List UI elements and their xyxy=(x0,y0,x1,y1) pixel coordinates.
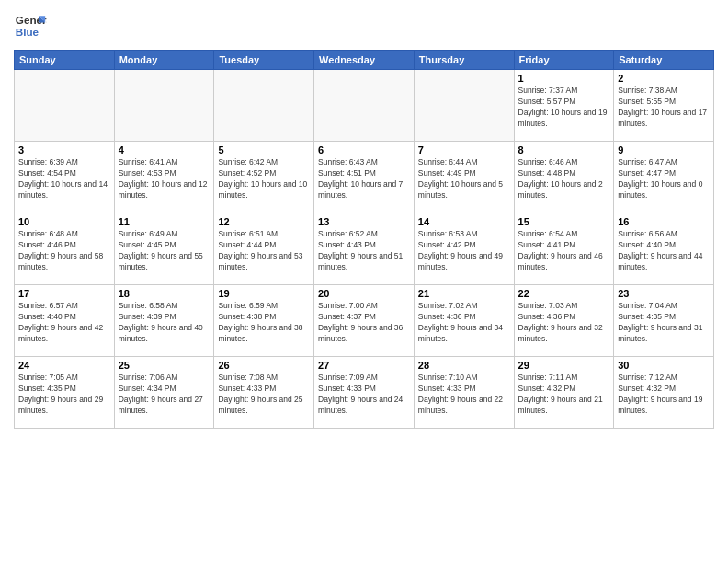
calendar-cell: 29Sunrise: 7:11 AM Sunset: 4:32 PM Dayli… xyxy=(514,357,614,429)
calendar-cell: 1Sunrise: 7:37 AM Sunset: 5:57 PM Daylig… xyxy=(514,70,614,142)
calendar-cell: 30Sunrise: 7:12 AM Sunset: 4:32 PM Dayli… xyxy=(614,357,714,429)
day-number: 24 xyxy=(18,360,110,371)
calendar-cell xyxy=(314,70,415,142)
logo: General Blue xyxy=(14,9,47,42)
day-info: Sunrise: 6:52 AM Sunset: 4:43 PM Dayligh… xyxy=(318,229,410,273)
day-info: Sunrise: 7:37 AM Sunset: 5:57 PM Dayligh… xyxy=(518,86,610,130)
calendar-cell: 17Sunrise: 6:57 AM Sunset: 4:40 PM Dayli… xyxy=(15,285,115,357)
calendar-cell: 2Sunrise: 7:38 AM Sunset: 5:55 PM Daylig… xyxy=(614,70,714,142)
day-info: Sunrise: 6:51 AM Sunset: 4:44 PM Dayligh… xyxy=(218,229,310,273)
calendar-cell: 16Sunrise: 6:56 AM Sunset: 4:40 PM Dayli… xyxy=(614,213,714,285)
calendar-cell: 3Sunrise: 6:39 AM Sunset: 4:54 PM Daylig… xyxy=(15,142,115,213)
day-info: Sunrise: 6:54 AM Sunset: 4:41 PM Dayligh… xyxy=(518,229,610,273)
logo-icon: General Blue xyxy=(14,9,47,42)
calendar-header-row: SundayMondayTuesdayWednesdayThursdayFrid… xyxy=(15,51,714,70)
col-header-wednesday: Wednesday xyxy=(314,51,415,70)
day-number: 5 xyxy=(218,144,310,155)
col-header-sunday: Sunday xyxy=(15,51,115,70)
day-info: Sunrise: 6:53 AM Sunset: 4:42 PM Dayligh… xyxy=(418,229,510,273)
day-info: Sunrise: 7:04 AM Sunset: 4:35 PM Dayligh… xyxy=(618,301,710,345)
day-number: 7 xyxy=(418,144,510,155)
day-number: 14 xyxy=(418,216,510,227)
day-info: Sunrise: 6:43 AM Sunset: 4:51 PM Dayligh… xyxy=(318,157,410,201)
day-number: 4 xyxy=(119,144,210,155)
day-info: Sunrise: 6:58 AM Sunset: 4:39 PM Dayligh… xyxy=(119,301,210,345)
day-info: Sunrise: 7:12 AM Sunset: 4:32 PM Dayligh… xyxy=(618,373,710,417)
day-number: 27 xyxy=(318,360,410,371)
calendar-cell: 14Sunrise: 6:53 AM Sunset: 4:42 PM Dayli… xyxy=(414,213,514,285)
calendar-cell: 26Sunrise: 7:08 AM Sunset: 4:33 PM Dayli… xyxy=(214,357,314,429)
calendar-cell: 18Sunrise: 6:58 AM Sunset: 4:39 PM Dayli… xyxy=(114,285,214,357)
day-number: 29 xyxy=(518,360,610,371)
day-info: Sunrise: 7:09 AM Sunset: 4:33 PM Dayligh… xyxy=(318,373,410,417)
calendar-week-5: 24Sunrise: 7:05 AM Sunset: 4:35 PM Dayli… xyxy=(15,357,714,429)
day-info: Sunrise: 6:48 AM Sunset: 4:46 PM Dayligh… xyxy=(18,229,110,273)
day-info: Sunrise: 7:00 AM Sunset: 4:37 PM Dayligh… xyxy=(318,301,410,345)
calendar-cell xyxy=(414,70,514,142)
day-info: Sunrise: 7:02 AM Sunset: 4:36 PM Dayligh… xyxy=(418,301,510,345)
calendar-cell: 4Sunrise: 6:41 AM Sunset: 4:53 PM Daylig… xyxy=(114,142,214,213)
day-number: 16 xyxy=(618,216,710,227)
day-number: 9 xyxy=(618,144,710,155)
calendar-cell: 5Sunrise: 6:42 AM Sunset: 4:52 PM Daylig… xyxy=(214,142,314,213)
day-number: 17 xyxy=(18,288,110,299)
calendar-cell: 20Sunrise: 7:00 AM Sunset: 4:37 PM Dayli… xyxy=(314,285,415,357)
day-info: Sunrise: 7:05 AM Sunset: 4:35 PM Dayligh… xyxy=(18,373,110,417)
calendar-table: SundayMondayTuesdayWednesdayThursdayFrid… xyxy=(14,50,714,429)
col-header-monday: Monday xyxy=(114,51,214,70)
col-header-tuesday: Tuesday xyxy=(214,51,314,70)
day-number: 26 xyxy=(218,360,310,371)
calendar-week-3: 10Sunrise: 6:48 AM Sunset: 4:46 PM Dayli… xyxy=(15,213,714,285)
calendar-week-1: 1Sunrise: 7:37 AM Sunset: 5:57 PM Daylig… xyxy=(15,70,714,142)
calendar-cell xyxy=(15,70,115,142)
day-number: 13 xyxy=(318,216,410,227)
calendar-cell: 13Sunrise: 6:52 AM Sunset: 4:43 PM Dayli… xyxy=(314,213,415,285)
day-number: 23 xyxy=(618,288,710,299)
col-header-saturday: Saturday xyxy=(614,51,714,70)
calendar-cell: 9Sunrise: 6:47 AM Sunset: 4:47 PM Daylig… xyxy=(614,142,714,213)
day-info: Sunrise: 7:11 AM Sunset: 4:32 PM Dayligh… xyxy=(518,373,610,417)
day-info: Sunrise: 7:08 AM Sunset: 4:33 PM Dayligh… xyxy=(218,373,310,417)
day-info: Sunrise: 6:59 AM Sunset: 4:38 PM Dayligh… xyxy=(218,301,310,345)
day-info: Sunrise: 7:06 AM Sunset: 4:34 PM Dayligh… xyxy=(119,373,210,417)
day-number: 10 xyxy=(18,216,110,227)
calendar-cell: 25Sunrise: 7:06 AM Sunset: 4:34 PM Dayli… xyxy=(114,357,214,429)
day-number: 20 xyxy=(318,288,410,299)
day-info: Sunrise: 6:49 AM Sunset: 4:45 PM Dayligh… xyxy=(119,229,210,273)
calendar-cell: 28Sunrise: 7:10 AM Sunset: 4:33 PM Dayli… xyxy=(414,357,514,429)
day-number: 8 xyxy=(518,144,610,155)
calendar-week-2: 3Sunrise: 6:39 AM Sunset: 4:54 PM Daylig… xyxy=(15,142,714,213)
day-info: Sunrise: 6:56 AM Sunset: 4:40 PM Dayligh… xyxy=(618,229,710,273)
day-number: 11 xyxy=(119,216,210,227)
calendar-cell: 19Sunrise: 6:59 AM Sunset: 4:38 PM Dayli… xyxy=(214,285,314,357)
day-number: 15 xyxy=(518,216,610,227)
calendar-cell: 10Sunrise: 6:48 AM Sunset: 4:46 PM Dayli… xyxy=(15,213,115,285)
calendar-cell: 22Sunrise: 7:03 AM Sunset: 4:36 PM Dayli… xyxy=(514,285,614,357)
calendar-cell: 24Sunrise: 7:05 AM Sunset: 4:35 PM Dayli… xyxy=(15,357,115,429)
day-number: 2 xyxy=(618,73,710,84)
day-number: 28 xyxy=(418,360,510,371)
calendar-cell xyxy=(214,70,314,142)
day-info: Sunrise: 7:38 AM Sunset: 5:55 PM Dayligh… xyxy=(618,86,710,130)
calendar-week-4: 17Sunrise: 6:57 AM Sunset: 4:40 PM Dayli… xyxy=(15,285,714,357)
day-number: 3 xyxy=(18,144,110,155)
svg-text:Blue: Blue xyxy=(16,26,40,38)
day-number: 6 xyxy=(318,144,410,155)
day-number: 30 xyxy=(618,360,710,371)
day-info: Sunrise: 6:39 AM Sunset: 4:54 PM Dayligh… xyxy=(18,157,110,201)
day-number: 21 xyxy=(418,288,510,299)
day-info: Sunrise: 7:03 AM Sunset: 4:36 PM Dayligh… xyxy=(518,301,610,345)
calendar-cell: 27Sunrise: 7:09 AM Sunset: 4:33 PM Dayli… xyxy=(314,357,415,429)
day-info: Sunrise: 6:46 AM Sunset: 4:48 PM Dayligh… xyxy=(518,157,610,201)
day-number: 22 xyxy=(518,288,610,299)
day-info: Sunrise: 6:47 AM Sunset: 4:47 PM Dayligh… xyxy=(618,157,710,201)
calendar-cell xyxy=(114,70,214,142)
day-number: 12 xyxy=(218,216,310,227)
day-info: Sunrise: 6:57 AM Sunset: 4:40 PM Dayligh… xyxy=(18,301,110,345)
day-number: 18 xyxy=(119,288,210,299)
day-number: 19 xyxy=(218,288,310,299)
calendar-cell: 7Sunrise: 6:44 AM Sunset: 4:49 PM Daylig… xyxy=(414,142,514,213)
calendar-cell: 15Sunrise: 6:54 AM Sunset: 4:41 PM Dayli… xyxy=(514,213,614,285)
calendar-cell: 12Sunrise: 6:51 AM Sunset: 4:44 PM Dayli… xyxy=(214,213,314,285)
day-number: 25 xyxy=(119,360,210,371)
